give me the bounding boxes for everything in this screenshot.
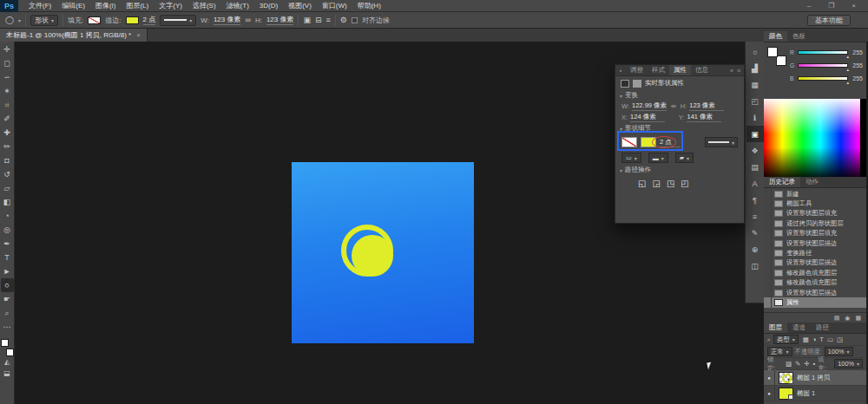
height-field[interactable]: 123 像素 <box>266 15 294 25</box>
close-icon[interactable]: × <box>136 31 141 39</box>
visibility-eye-icon[interactable]: ● <box>764 370 775 385</box>
swatches-icon[interactable]: ▦ <box>746 76 764 93</box>
exclude-shape-icon[interactable]: ◰ <box>681 179 688 188</box>
character-icon[interactable]: A <box>746 175 764 192</box>
align-edges-checkbox[interactable] <box>352 17 358 23</box>
layer-row[interactable]: ● 椭圆 1 拷贝 <box>764 370 866 386</box>
channel-slider[interactable]: ▴ <box>798 50 848 55</box>
history-source-checkbox[interactable] <box>764 258 772 268</box>
menu-item[interactable]: 窗口(W) <box>317 0 352 12</box>
prop-h-field[interactable]: 123 像素 <box>689 101 724 111</box>
panel-tab[interactable]: 通道 <box>787 323 811 333</box>
quick-selection-tool[interactable]: ✶ <box>1 84 14 98</box>
filter-type-select[interactable]: 类型▾ <box>773 335 799 344</box>
intersect-shape-icon[interactable]: ◳ <box>667 179 674 188</box>
filter-type-icon[interactable]: T <box>819 336 824 343</box>
stroke-width-field[interactable]: 2 点 <box>660 138 681 147</box>
lasso-tool[interactable]: ∽ <box>1 70 14 84</box>
link-dimensions-icon[interactable]: ∞ <box>671 102 676 110</box>
panel-menu-icon[interactable]: ≡ <box>737 68 740 74</box>
timeline-icon[interactable]: ◫ <box>746 257 764 274</box>
close-button[interactable]: × <box>852 2 856 10</box>
history-state[interactable]: 修改颜色填充图层 <box>764 278 866 288</box>
history-state[interactable]: 修改颜色填充图层 <box>764 268 866 277</box>
channel-slider[interactable]: ▴ <box>798 76 848 81</box>
panel-tab[interactable]: 颜色 <box>764 31 787 42</box>
dodge-tool[interactable]: ◎ <box>1 223 14 237</box>
type-tool[interactable]: T <box>1 251 14 264</box>
menu-item[interactable]: 图像(I) <box>90 0 122 12</box>
channel-slider[interactable]: ▴ <box>798 63 848 68</box>
eraser-tool[interactable]: ▱ <box>1 181 14 195</box>
menu-item[interactable]: 滤镜(T) <box>221 0 254 12</box>
history-state[interactable]: 变换路径 <box>764 248 866 257</box>
stroke-caps-option[interactable]: ▬▾ <box>648 153 668 163</box>
workspace-switcher-button[interactable]: 基本功能 <box>807 15 851 26</box>
collapse-panel-icon[interactable]: « <box>730 68 733 74</box>
transform-section-header[interactable]: ▾ 变换 <box>615 90 744 101</box>
hand-tool[interactable]: ☛ <box>1 292 14 306</box>
tool-mode-select[interactable]: 形状▾ <box>30 15 58 26</box>
history-state[interactable]: 设置形状图层描边 <box>764 258 866 268</box>
foreground-color-swatch[interactable] <box>1 339 9 347</box>
prop-x-field[interactable]: 124 像素 <box>630 113 665 122</box>
history-state[interactable]: 设置形状图层填充 <box>764 209 866 218</box>
width-field[interactable]: 123 像素 <box>214 15 241 25</box>
path-operations-icon[interactable]: ▣ <box>303 16 311 24</box>
quick-mask-icon[interactable]: ◭ <box>1 356 14 368</box>
document-tab[interactable]: 未标题-1 @ 100%(椭圆 1 拷贝, RGB/8) * × <box>0 29 148 42</box>
filter-shape-icon[interactable]: ▭ <box>827 336 833 343</box>
panel-tab[interactable]: 路径 <box>811 323 834 333</box>
foreground-background-swatches[interactable] <box>767 47 786 66</box>
restore-button[interactable]: ❐ <box>828 2 834 10</box>
history-source-checkbox[interactable] <box>764 288 772 297</box>
combine-shapes-icon[interactable]: ◱ <box>638 179 646 188</box>
delete-state-icon[interactable]: ▦ <box>855 315 861 322</box>
gradient-tool[interactable]: ◧ <box>1 195 14 209</box>
crop-tool[interactable]: ⌗ <box>1 98 14 112</box>
more-tools[interactable]: ⋯ <box>1 320 14 334</box>
prop-w-field[interactable]: 122.99 像素 <box>632 101 667 111</box>
menu-item[interactable]: 文字(Y) <box>154 0 187 12</box>
menu-item[interactable]: 帮助(H) <box>352 0 386 12</box>
history-source-checkbox[interactable] <box>764 297 772 307</box>
stroke-width-field[interactable]: 2 点 <box>143 15 156 25</box>
paragraph-icon[interactable]: ¶ <box>746 192 764 208</box>
history-source-checkbox[interactable] <box>764 209 772 218</box>
lock-position-icon[interactable]: ✛ <box>804 360 809 368</box>
menu-item[interactable]: 3D(D) <box>254 0 283 12</box>
visibility-eye-icon[interactable]: ● <box>764 386 775 401</box>
fill-swatch[interactable] <box>88 16 101 24</box>
channels-icon[interactable]: ▤ <box>746 159 764 175</box>
stroke-swatch[interactable] <box>641 137 656 147</box>
stroke-corners-option[interactable]: ▰▾ <box>675 153 694 163</box>
screen-mode-icon[interactable]: ⬓ <box>1 368 14 379</box>
panel-tab[interactable]: 调整 <box>626 65 648 75</box>
color-spectrum-picker[interactable] <box>764 99 866 177</box>
tool-preset-icon[interactable]: ◯ <box>5 16 14 24</box>
filter-pixel-icon[interactable]: ▦ <box>803 336 809 343</box>
stroke-align-option[interactable]: ▭▾ <box>621 153 641 163</box>
clone-stamp-tool[interactable]: ◘ <box>1 153 14 167</box>
channel-value[interactable]: 255 <box>851 49 863 55</box>
history-source-checkbox[interactable] <box>764 248 772 257</box>
stroke-swatch[interactable] <box>126 16 139 24</box>
link-dimensions-icon[interactable]: ∞ <box>245 16 250 24</box>
menu-item[interactable]: 文件(F) <box>23 0 56 12</box>
history-source-checkbox[interactable] <box>764 238 772 248</box>
panel-tab[interactable]: 图层 <box>764 323 787 333</box>
history-source-checkbox[interactable] <box>764 189 772 199</box>
background-color-swatch[interactable] <box>6 349 14 356</box>
path-selection-tool[interactable]: ► <box>1 264 14 278</box>
healing-brush-tool[interactable]: ✚ <box>1 126 14 140</box>
histogram-icon[interactable]: ▟ <box>746 60 764 76</box>
blur-tool[interactable]: ◔ <box>1 209 14 223</box>
notes-icon[interactable]: ✎ <box>746 225 764 241</box>
ellipse-tool[interactable]: ○ <box>1 278 14 292</box>
history-state[interactable]: 设置形状图层填充 <box>764 229 866 238</box>
lock-transparency-icon[interactable]: ▨ <box>786 360 792 368</box>
path-operations-section-header[interactable]: ▾ 路径操作 <box>615 165 744 175</box>
history-source-checkbox[interactable] <box>764 199 772 208</box>
history-state[interactable]: 通过拷贝的形状图层 <box>764 218 866 228</box>
layer-row[interactable]: ● 椭圆 1 <box>764 386 866 401</box>
